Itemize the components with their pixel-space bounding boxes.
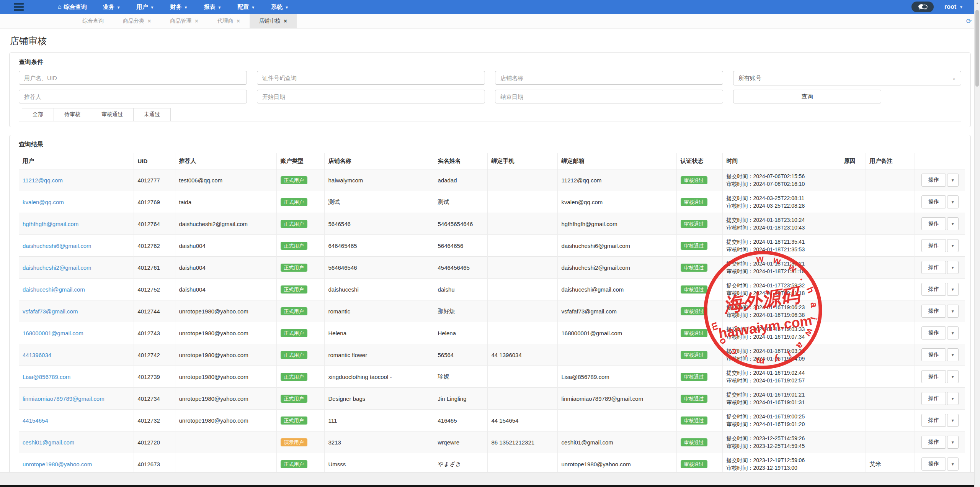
action-button[interactable]: 操作 (921, 392, 946, 405)
column-header: 用户 (19, 153, 134, 169)
cell-phone (487, 388, 557, 410)
uid-value: 4012777 (138, 177, 160, 184)
user-link[interactable]: linmiaomiao789789@gmail.com (23, 395, 105, 402)
user-link[interactable]: daishucheshi2@gmail.com (23, 264, 91, 271)
tab-product-category[interactable]: 商品分类× (113, 14, 160, 28)
action-button[interactable]: 操作 (921, 195, 946, 208)
filter-tab-all[interactable]: 全部 (22, 108, 54, 121)
username: root (944, 3, 956, 10)
action-dropdown-button[interactable]: ▼ (947, 217, 959, 230)
referrer-value: unrotope1980@yahoo.com (179, 417, 248, 424)
action-dropdown-button[interactable]: ▼ (947, 195, 959, 208)
action-button[interactable]: 操作 (921, 370, 946, 383)
audit-time-label: 审核时间： (727, 421, 753, 427)
menu-item-reports[interactable]: 报表▼ (196, 0, 229, 14)
scroll-up-icon[interactable]: ▲ (975, 2, 980, 5)
user-link[interactable]: daishuceshi@gmail.com (23, 286, 85, 293)
action-button[interactable]: 操作 (921, 326, 946, 339)
user-link[interactable]: kvalen@qq.com (23, 199, 64, 205)
cell-account-type: 正式用户 (276, 169, 324, 191)
menu-item-comprehensive-query[interactable]: ⌂综合查询 (50, 0, 95, 14)
start-date-input[interactable] (257, 90, 485, 103)
caret-down-icon: ▼ (217, 5, 221, 10)
user-link[interactable]: 441396034 (23, 352, 51, 358)
status-badge: 审核通过 (681, 351, 707, 359)
menu-item-finance[interactable]: 财务▼ (162, 0, 196, 14)
id-number-input[interactable] (257, 71, 485, 85)
user-link[interactable]: 44154654 (23, 417, 48, 424)
close-icon[interactable]: × (284, 18, 287, 24)
shop-name-input[interactable] (495, 71, 723, 85)
messages-button[interactable] (911, 2, 934, 12)
status-badge: 审核通过 (681, 220, 707, 228)
user-link[interactable]: Lisa@856789.com (23, 374, 70, 380)
user-link[interactable]: daishucheshi6@gmail.com (23, 243, 91, 249)
action-dropdown-button[interactable]: ▼ (947, 370, 959, 383)
action-button[interactable]: 操作 (921, 436, 946, 449)
filter-tab-approved[interactable]: 审核通过 (91, 108, 134, 121)
close-icon[interactable]: × (237, 18, 240, 24)
scrollbar[interactable]: ▲ (974, 0, 980, 487)
shop-name-value: 111 (328, 417, 337, 424)
action-dropdown-button[interactable]: ▼ (947, 348, 959, 361)
action-button[interactable]: 操作 (921, 414, 946, 427)
submit-time-value: 2024-01-16T19:00:25 (753, 413, 805, 420)
menu-item-config[interactable]: 配置▼ (229, 0, 263, 14)
action-button[interactable]: 操作 (921, 348, 946, 361)
action-dropdown-button[interactable]: ▼ (947, 392, 959, 405)
end-date-input[interactable] (495, 90, 723, 103)
menu-item-system[interactable]: 系统▼ (263, 0, 297, 14)
tab-shop-audit[interactable]: 店铺审核× (250, 14, 297, 28)
menu-toggle-button[interactable] (0, 0, 27, 14)
action-dropdown-button[interactable]: ▼ (947, 326, 959, 339)
user-link[interactable]: 168000001@gmail.com (23, 330, 83, 336)
user-link[interactable]: 11212@qq.com (23, 177, 63, 184)
action-dropdown-button[interactable]: ▼ (947, 436, 959, 449)
tab-comprehensive-query[interactable]: 综合查询 (73, 14, 113, 28)
tab-product-management[interactable]: 商品管理× (160, 14, 207, 28)
cell-user: hgfhfhgfh@gmail.com (19, 213, 134, 235)
caret-down-icon: ▼ (951, 440, 955, 444)
user-link[interactable]: vsfafaf73@gmail.com (23, 308, 78, 315)
query-button[interactable]: 查询 (733, 90, 881, 103)
referrer-input[interactable] (19, 90, 247, 103)
user-link[interactable]: hgfhfhgfh@gmail.com (23, 221, 78, 227)
cell-shop-name: Helena (324, 322, 434, 344)
filter-tab-pending[interactable]: 待审核 (54, 108, 91, 121)
scrollbar-thumb[interactable] (975, 10, 979, 87)
cell-phone: 44 1396034 (487, 344, 557, 366)
user-menu[interactable]: root ▼ (944, 3, 963, 10)
audit-time-label: 审核时间： (727, 181, 753, 187)
cell-remark (866, 388, 915, 410)
cell-reason (840, 344, 866, 366)
refresh-icon[interactable]: ⟳ (966, 14, 972, 28)
filter-tab-rejected[interactable]: 未通过 (133, 108, 171, 121)
action-button[interactable]: 操作 (921, 261, 946, 274)
account-type-select[interactable]: 所有账号 ⌄ (733, 71, 961, 85)
menu-item-users[interactable]: 用户▼ (129, 0, 162, 14)
action-button[interactable]: 操作 (921, 305, 946, 318)
action-button[interactable]: 操作 (921, 283, 946, 296)
action-button[interactable]: 操作 (921, 239, 946, 252)
action-dropdown-button[interactable]: ▼ (947, 283, 959, 296)
action-button[interactable]: 操作 (921, 217, 946, 230)
table-row: 11212@qq.com4012777test006@qq.com正式用户hai… (19, 169, 965, 191)
tab-agent[interactable]: 代理商× (207, 14, 249, 28)
close-icon[interactable]: × (148, 18, 151, 24)
action-dropdown-button[interactable]: ▼ (947, 239, 959, 252)
username-uid-input[interactable] (19, 71, 247, 85)
menu-item-business[interactable]: 业务▼ (95, 0, 129, 14)
action-dropdown-button[interactable]: ▼ (947, 261, 959, 274)
cell-action: 操作▼ (915, 191, 965, 213)
cell-email: vsfafaf73@gmail.com (557, 300, 676, 322)
action-button[interactable]: 操作 (921, 174, 946, 187)
action-dropdown-button[interactable]: ▼ (947, 414, 959, 427)
action-dropdown-button[interactable]: ▼ (947, 174, 959, 187)
action-button[interactable]: 操作 (921, 457, 946, 471)
action-dropdown-button[interactable]: ▼ (947, 305, 959, 318)
user-link[interactable]: unrotope1980@yahoo.com (23, 461, 92, 467)
close-icon[interactable]: × (195, 18, 198, 24)
cell-shop-name: 测试 (324, 191, 434, 213)
user-link[interactable]: ceshi01@gmail.com (23, 439, 74, 446)
action-dropdown-button[interactable]: ▼ (947, 457, 959, 471)
